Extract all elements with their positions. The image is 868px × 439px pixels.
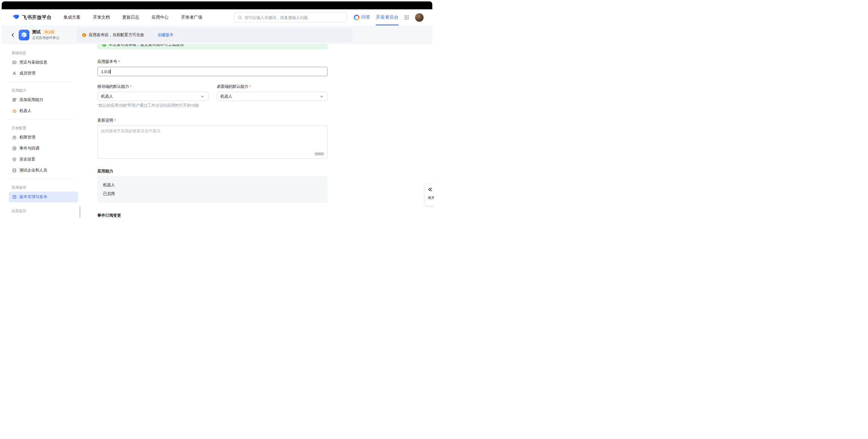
sidebar-item-test-org[interactable]: 测试企业和人员	[9, 165, 78, 176]
sidebar-divider	[9, 178, 73, 179]
feishu-logo-icon	[12, 14, 20, 21]
default-capability-hint: “默认的应用功能”即用户通过工作台访问应用时打开的功能	[97, 103, 328, 108]
nav-item-changelog[interactable]: 更新日志	[122, 15, 139, 20]
success-banner: 本次发布免审核，提交发布后即可上线使用	[97, 44, 328, 49]
app-cube-icon[interactable]	[19, 30, 29, 40]
qa-ring-icon	[354, 15, 360, 20]
app-subtitle: 正式应用@环界云	[32, 36, 59, 40]
success-banner-text: 本次发布免审核，提交发布后即可上线使用	[109, 44, 184, 47]
required-asterisk: *	[250, 85, 251, 89]
desktop-capability-value: 机器人	[220, 94, 232, 99]
expand-panel-button[interactable]: 展开	[425, 184, 434, 205]
sidebar-section-dev-config: 开发配置	[11, 126, 78, 131]
sidebar: 基础信息 凭证与基础信息 成员管理 应用能力 添加应用能力	[2, 44, 81, 220]
capability-summary-box: 机器人 已启用	[97, 176, 328, 203]
version-input[interactable]: 1.0.0	[97, 67, 328, 76]
sidebar-item-members[interactable]: 成员管理	[9, 68, 78, 79]
text-cursor	[110, 69, 111, 74]
sidebar-divider	[9, 81, 73, 82]
search-input[interactable]	[245, 15, 343, 20]
robot-icon	[12, 109, 17, 113]
desktop-capability-label: 桌面端的默认能力*	[217, 84, 328, 90]
notes-label: 更新说明*	[97, 117, 328, 123]
char-counter: 0/500	[313, 152, 325, 156]
capability-status: 已启用	[103, 191, 322, 196]
sidebar-item-label: 权限管理	[20, 135, 35, 140]
chevron-left-icon	[11, 33, 15, 37]
feishu-logo[interactable]: 飞书开放平台	[12, 14, 52, 21]
search-box[interactable]	[234, 12, 347, 23]
nav-item-marketplace[interactable]: 开发者广场	[181, 15, 202, 20]
notes-field: 0/500	[97, 126, 328, 159]
nav-item-app-center[interactable]: 应用中心	[152, 15, 168, 20]
required-asterisk: *	[118, 60, 120, 64]
sidebar-item-label: 机器人	[20, 108, 31, 113]
sidebar-item-bot[interactable]: 机器人	[9, 105, 78, 116]
qa-button[interactable]: 问答	[354, 14, 370, 20]
sidebar-item-label: 测试企业和人员	[20, 168, 47, 173]
sidebar-section-release: 应用发布	[11, 185, 78, 190]
sidebar-scrollbar-thumb[interactable]	[79, 206, 81, 218]
id-card-icon	[12, 60, 17, 65]
sidebar-item-security[interactable]: 安全设置	[9, 154, 78, 165]
sidebar-item-credentials[interactable]: 凭证与基础信息	[9, 57, 78, 68]
required-asterisk: *	[130, 85, 132, 89]
tab-developer-console[interactable]: 开发者后台	[376, 9, 398, 25]
sidebar-item-events-callbacks[interactable]: 事件与回调	[9, 143, 78, 154]
capability-name: 机器人	[103, 182, 322, 188]
nav-item-docs[interactable]: 开发文档	[93, 15, 110, 20]
sidebar-item-label: 成员管理	[20, 71, 35, 76]
sidebar-item-permissions[interactable]: 权限管理	[9, 132, 78, 143]
release-form: 本次发布免审核，提交发布后即可上线使用 应用版本号* 1.0.0 移动端的默认能…	[97, 44, 328, 220]
members-icon	[12, 71, 17, 76]
qa-label: 问答	[361, 14, 370, 20]
desktop-capability-field: 桌面端的默认能力* 机器人	[217, 84, 328, 101]
add-capability-icon	[12, 98, 17, 102]
app-subheader: 测试 待上线 正式应用@环界云 应用发布后，当前配置方可生效 创建版本	[2, 25, 432, 44]
code-brackets-icon	[12, 168, 17, 173]
event-callback-icon	[12, 146, 17, 151]
main-panel: 本次发布免审核，提交发布后即可上线使用 应用版本号* 1.0.0 移动端的默认能…	[81, 44, 432, 220]
notes-textarea[interactable]	[97, 126, 328, 159]
double-chevron-left-icon	[428, 187, 433, 192]
success-check-icon	[102, 44, 106, 47]
sidebar-item-label: 事件与回调	[20, 146, 39, 151]
user-avatar[interactable]	[415, 13, 424, 22]
mobile-capability-select[interactable]: 机器人	[97, 92, 208, 101]
sidebar-section-capability: 应用能力	[11, 88, 78, 93]
apps-grid-icon[interactable]	[404, 15, 409, 20]
sidebar-item-label: 添加应用能力	[20, 97, 43, 102]
desktop-capability-select[interactable]: 机器人	[217, 92, 328, 101]
window-chrome-bar	[2, 1, 432, 9]
version-input-value: 1.0.0	[101, 69, 110, 74]
create-version-link[interactable]: 创建版本	[158, 32, 174, 37]
nav-item-integrations[interactable]: 集成方案	[64, 15, 81, 20]
sidebar-item-label: 版本管理与发布	[20, 194, 47, 199]
app-meta: 测试 待上线 正式应用@环界云	[32, 29, 59, 40]
mobile-capability-label: 移动端的默认能力*	[97, 84, 208, 90]
top-header: 飞书开放平台 集成方案 开发文档 更新日志 应用中心 开发者广场 问答 开发者后…	[2, 9, 432, 25]
chevron-down-icon	[319, 94, 324, 99]
capability-section-title: 应用能力	[97, 169, 328, 174]
lock-icon	[12, 135, 17, 140]
mobile-capability-value: 机器人	[101, 94, 113, 99]
back-button[interactable]	[9, 31, 17, 39]
sidebar-item-label: 安全设置	[20, 157, 35, 162]
status-badge: 待上线	[43, 29, 56, 35]
publish-alert-banner: 应用发布后，当前配置方可生效 创建版本	[76, 28, 353, 42]
main-nav: 集成方案 开发文档 更新日志 应用中心 开发者广场	[64, 15, 202, 20]
warning-icon	[82, 33, 86, 37]
brand-name: 飞书开放平台	[22, 14, 52, 21]
sidebar-section-basic: 基础信息	[11, 50, 78, 56]
expand-label: 展开	[428, 196, 434, 200]
shield-icon	[12, 157, 17, 162]
required-asterisk: *	[114, 118, 116, 123]
sidebar-item-version-release[interactable]: 版本管理与发布	[9, 192, 78, 202]
mobile-capability-field: 移动端的默认能力* 机器人	[97, 84, 208, 101]
search-icon	[238, 15, 242, 20]
alert-text: 应用发布后，当前配置方可生效	[89, 32, 144, 37]
app-name: 测试	[32, 29, 41, 35]
release-icon	[12, 195, 17, 199]
sidebar-item-add-capability[interactable]: 添加应用能力	[9, 95, 78, 105]
sidebar-section-monitoring: 运营监控	[11, 208, 78, 213]
